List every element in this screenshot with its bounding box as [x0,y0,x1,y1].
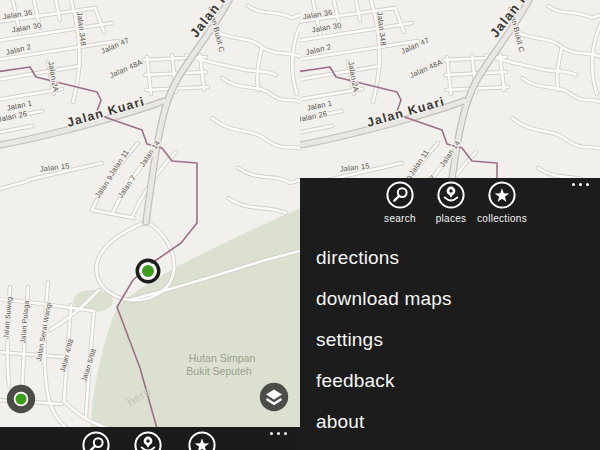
collections-button[interactable] [488,181,516,209]
dot [284,432,287,435]
dot [579,183,582,186]
search-icon-handle [90,446,95,450]
search-icon-handle [394,196,399,201]
search-button[interactable] [386,181,414,209]
collections-star-icon [495,188,509,202]
places-button[interactable] [134,431,162,450]
map-screen-right: Jalan 36Jalan 30Jalan 2Jalan 348Jalan 47… [300,0,600,450]
collections-button-label: collections [460,213,544,224]
locate-me-button[interactable] [6,384,36,414]
appbar-expanded-menu: search places collections directions dow… [300,178,600,450]
dot [270,432,273,435]
menu-item-feedback[interactable]: feedback [316,360,592,401]
menu-item-download-maps[interactable]: download maps [316,278,592,319]
more-dots-icon[interactable] [572,183,589,186]
places-ground-arc [445,197,458,200]
menu-item-directions[interactable]: directions [316,237,592,278]
places-pin-hole [146,439,149,442]
collections-star-icon [195,438,209,450]
places-pin-hole [449,189,452,192]
screenshot-composite: Jalan 36Jalan 30Jalan 2Jalan 348Jalan 47… [0,0,600,450]
layers-button[interactable] [259,382,289,412]
appbar-menu-list: directions download maps settings feedba… [316,237,592,442]
places-pin-tip [448,193,454,198]
map-screen-left: Jalan 36Jalan 30Jalan 2Jalan 348Jalan 47… [0,0,300,450]
dot [277,432,280,435]
menu-item-settings[interactable]: settings [316,319,592,360]
dot [572,183,575,186]
collections-button[interactable] [188,431,216,450]
map-canvas[interactable]: Jalan 36Jalan 30Jalan 2Jalan 348Jalan 47… [0,0,300,450]
search-button[interactable] [82,431,110,450]
locate-me-dot-icon [15,393,28,406]
more-dots-icon[interactable] [270,432,287,435]
places-pin-tip [145,443,151,448]
dot [586,183,589,186]
park-label-line1: Hutan Simpan [189,352,256,364]
search-ring [387,182,412,207]
places-button[interactable] [437,181,465,209]
menu-item-about[interactable]: about [316,401,592,442]
location-marker [141,264,155,278]
park-label-line2: Bukit Seputeh [186,365,252,377]
appbar-collapsed [0,427,300,450]
